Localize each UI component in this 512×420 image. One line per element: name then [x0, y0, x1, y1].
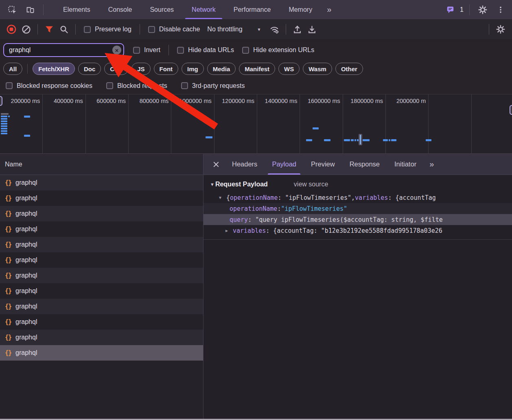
tab-network[interactable]: Network: [183, 0, 225, 19]
filter-chip-ws[interactable]: WS: [278, 63, 300, 75]
import-har-icon[interactable]: [290, 22, 305, 37]
filter-chip-img[interactable]: Img: [182, 63, 204, 75]
preserve-log-checkbox[interactable]: Preserve log: [84, 26, 131, 33]
expander-icon[interactable]: ▼: [219, 195, 226, 200]
tab-memory[interactable]: Memory: [280, 0, 321, 19]
filter-chip-js[interactable]: JS: [131, 63, 150, 75]
hide-extension-urls-checkbox[interactable]: Hide extension URLs: [242, 46, 314, 54]
network-request-row[interactable]: {}graphql: [0, 345, 203, 361]
filter-chip-manifest[interactable]: Manifest: [239, 63, 275, 75]
network-request-row[interactable]: {}graphql: [0, 268, 203, 283]
payload-token: : "ipFlowTimeseries",: [278, 194, 355, 201]
network-conditions-icon[interactable]: [267, 22, 282, 37]
timeline-request-bar: [363, 139, 370, 141]
blocked-filters-row: Blocked response cookies Blocked request…: [0, 77, 512, 94]
clear-filter-icon[interactable]: ×: [112, 46, 121, 55]
name-column-header[interactable]: Name: [0, 154, 203, 175]
kebab-menu-icon[interactable]: [492, 6, 510, 14]
expander-icon[interactable]: ▶: [225, 228, 233, 233]
divider: [75, 24, 76, 35]
network-request-row[interactable]: {}graphql: [0, 175, 203, 190]
close-detail-button[interactable]: [208, 154, 225, 175]
checkbox-label: Preserve log: [95, 26, 131, 33]
checkbox-box[interactable]: [148, 26, 155, 33]
detail-tab-response[interactable]: Response: [342, 154, 387, 175]
filter-chip-media[interactable]: Media: [207, 63, 236, 75]
filter-chip-all[interactable]: All: [3, 63, 22, 75]
settings-gear-icon[interactable]: [474, 5, 492, 15]
section-expander-icon[interactable]: ▼: [210, 182, 214, 187]
request-name: graphql: [15, 272, 37, 279]
network-request-row[interactable]: {}graphql: [0, 237, 203, 252]
inspect-element-icon[interactable]: [3, 0, 21, 19]
network-request-row[interactable]: {}graphql: [0, 221, 203, 237]
timeline-request-bar: [1, 113, 9, 115]
detail-tab-headers[interactable]: Headers: [225, 154, 265, 175]
network-overview-timeline[interactable]: 200000 ms400000 ms600000 ms800000 ms1000…: [0, 94, 512, 154]
device-toolbar-icon[interactable]: [21, 0, 39, 19]
detail-tab-preview[interactable]: Preview: [304, 154, 342, 175]
overview-handle-right[interactable]: [510, 105, 512, 115]
invert-checkbox[interactable]: Invert: [133, 46, 160, 54]
timeline-request-bar: [24, 135, 30, 137]
network-request-row[interactable]: {}graphql: [0, 283, 203, 299]
filter-chip-css[interactable]: CSS: [104, 63, 128, 75]
detail-tabs: HeadersPayloadPreviewResponseInitiator »: [203, 154, 512, 175]
network-request-row[interactable]: {}graphql: [0, 190, 203, 206]
filter-chip-font[interactable]: Font: [154, 63, 178, 75]
tab-elements[interactable]: Elements: [54, 0, 99, 19]
checkbox-box[interactable]: [242, 47, 249, 54]
tab-sources[interactable]: Sources: [141, 0, 183, 19]
timeline-tick-label: 1000000 ms: [171, 98, 214, 104]
network-request-row[interactable]: {}graphql: [0, 206, 203, 221]
checkbox-box[interactable]: [84, 26, 91, 33]
view-source-link[interactable]: view source: [294, 181, 328, 188]
detail-tab-payload[interactable]: Payload: [265, 154, 304, 175]
network-request-row[interactable]: {}graphql: [0, 330, 203, 345]
overview-handle-left[interactable]: [0, 96, 2, 106]
checkbox-box[interactable]: [181, 82, 188, 89]
checkbox-box[interactable]: [177, 47, 184, 54]
filter-chip-other[interactable]: Other: [335, 63, 363, 75]
checkbox-box[interactable]: [6, 82, 13, 89]
record-network-log-button[interactable]: [4, 22, 19, 37]
search-icon[interactable]: [57, 22, 71, 37]
payload-tree-row[interactable]: ▶variables: {accountTag: "b12e3b2192ee55…: [203, 225, 512, 236]
payload-tree-row[interactable]: ▼{operationName: "ipFlowTimeseries", var…: [203, 192, 512, 203]
filter-input[interactable]: [3, 43, 124, 57]
export-har-icon[interactable]: [305, 22, 319, 37]
payload-tree-row[interactable]: query: "query ipFlowTimeseries($accountT…: [203, 214, 512, 225]
timeline-column: 2000000 m: [386, 94, 429, 153]
filter-funnel-icon[interactable]: [42, 22, 57, 37]
blocked-requests-checkbox[interactable]: Blocked requests: [106, 82, 167, 90]
timeline-request-bar: [24, 116, 30, 118]
network-settings-gear-icon[interactable]: [493, 22, 508, 37]
network-request-row[interactable]: {}graphql: [0, 299, 203, 314]
tab-performance[interactable]: Performance: [225, 0, 280, 19]
checkbox-box[interactable]: [106, 82, 113, 89]
more-detail-tabs-button[interactable]: »: [424, 154, 440, 175]
hide-data-urls-checkbox[interactable]: Hide data URLs: [177, 46, 234, 54]
request-name: graphql: [15, 303, 37, 310]
payload-token: : {accountTag: "b12e3b2192ee5588fdad9951…: [266, 227, 442, 234]
checkbox-label: Blocked requests: [117, 82, 167, 90]
third-party-requests-checkbox[interactable]: 3rd-party requests: [181, 82, 245, 90]
disable-cache-checkbox[interactable]: Disable cache: [148, 26, 200, 33]
detail-tab-initiator[interactable]: Initiator: [387, 154, 424, 175]
more-tabs-button[interactable]: »: [321, 0, 338, 19]
network-request-row[interactable]: {}graphql: [0, 252, 203, 268]
payload-tree-row[interactable]: operationName: "ipFlowTimeseries": [203, 203, 512, 214]
filter-chip-wasm[interactable]: Wasm: [303, 63, 332, 75]
network-request-row[interactable]: {}graphql: [0, 314, 203, 330]
blocked-response-cookies-checkbox[interactable]: Blocked response cookies: [6, 82, 92, 90]
checkbox-label: Disable cache: [159, 26, 200, 33]
issues-message-icon[interactable]: [441, 5, 459, 14]
throttling-select[interactable]: No throttling ▼: [207, 26, 261, 33]
filter-chip-doc[interactable]: Doc: [78, 63, 101, 75]
checkbox-box[interactable]: [133, 47, 140, 54]
payload-token: query: [230, 216, 248, 223]
timeline-column: 400000 ms: [43, 94, 85, 153]
tab-console[interactable]: Console: [99, 0, 141, 19]
filter-chip-fetch-xhr[interactable]: Fetch/XHR: [33, 63, 75, 75]
clear-network-log-icon[interactable]: [19, 22, 33, 37]
